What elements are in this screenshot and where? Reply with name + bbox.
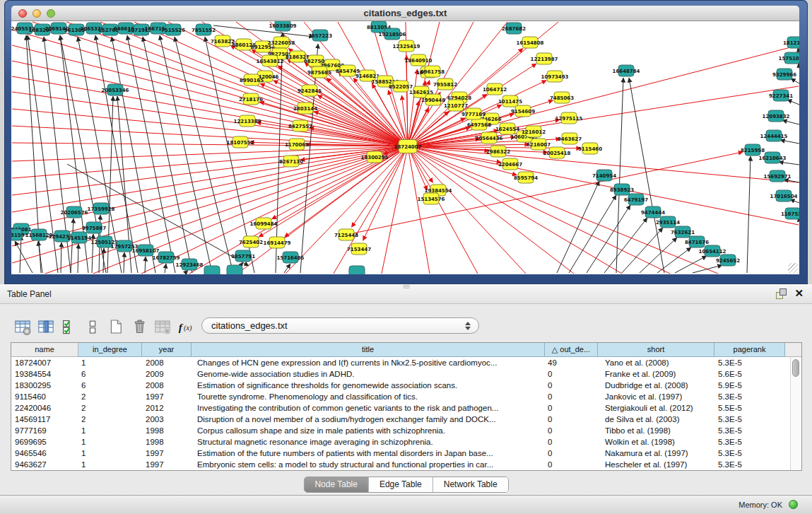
graph-edge-red: [334, 146, 408, 274]
svg-text:9474444: 9474444: [641, 210, 665, 216]
graph-node[interactable]: 7851552: [192, 24, 216, 35]
svg-text:8427552: 8427552: [288, 124, 312, 129]
new-table-icon[interactable]: [107, 318, 124, 335]
graph-node[interactable]: 8595794: [514, 172, 538, 183]
cell-in_degree: 2: [78, 391, 142, 402]
table-row[interactable]: 1830029562008Estimation of significance …: [11, 380, 801, 391]
cell-out_degree: 0: [545, 368, 598, 380]
graph-node[interactable]: 9975887: [82, 222, 106, 233]
graph-node[interactable]: 12444415: [760, 130, 788, 141]
table-row[interactable]: 2242004622012Investigating the contribut…: [11, 402, 801, 414]
graph-node[interactable]: 12093832: [763, 110, 790, 122]
column-header-title[interactable]: title: [192, 343, 545, 357]
column-header-in_degree[interactable]: in_degree: [78, 343, 142, 357]
graph-node[interactable]: 10973493: [541, 71, 569, 82]
graph-node[interactable]: 8427552: [288, 120, 312, 132]
minimize-icon[interactable]: [33, 9, 41, 18]
column-header-short[interactable]: short: [598, 343, 714, 357]
column-header-pagerank[interactable]: pagerank: [714, 343, 785, 357]
graph-node[interactable]: [227, 265, 242, 274]
graph-node[interactable]: 9115460: [578, 143, 602, 154]
column-header-out_degree[interactable]: △ out_de...: [545, 343, 598, 357]
network-view-window: citations_edges.txt 18300295193845541513…: [4, 0, 808, 284]
graph-node[interactable]: 9463627: [558, 133, 582, 144]
select-all-rows-icon[interactable]: [61, 318, 78, 335]
zoom-icon[interactable]: [47, 9, 55, 18]
graph-node[interactable]: 16914479: [264, 237, 291, 248]
table-scrollbar[interactable]: [790, 357, 801, 471]
show-columns-icon[interactable]: [37, 318, 54, 335]
panel-divider-grip[interactable]: [403, 285, 410, 288]
graph-node[interactable]: 20206576: [61, 206, 88, 218]
graph-node[interactable]: 9474444: [641, 206, 665, 218]
graph-node[interactable]: 16033809: [269, 21, 297, 31]
graph-node[interactable]: 16648784: [613, 65, 640, 76]
panel-title: Table Panel: [7, 289, 52, 299]
graph-node[interactable]: 17016504: [770, 190, 798, 201]
delete-table-icon[interactable]: [131, 318, 148, 335]
table-row[interactable]: 1456911722003Disruption of a novel membe…: [11, 414, 801, 425]
tab-edge-table[interactable]: Edge Table: [369, 477, 433, 492]
graph-node[interactable]: [204, 266, 220, 274]
graph-node[interactable]: 8215958: [741, 144, 765, 156]
graph-node[interactable]: 15716485: [277, 252, 305, 263]
tab-node-table[interactable]: Node Table: [304, 477, 369, 492]
graph-node[interactable]: 10025418: [543, 147, 571, 158]
svg-text:7857223: 7857223: [308, 33, 332, 39]
graph-node[interactable]: 16154808: [517, 37, 544, 48]
tab-network-table[interactable]: Network Table: [433, 477, 508, 492]
graph-node[interactable]: 9242845: [298, 85, 322, 96]
graph-node[interactable]: 8267130: [279, 156, 303, 167]
graph-node[interactable]: 7955812: [433, 78, 457, 90]
table-selector-dropdown[interactable]: citations_edges.txt: [201, 317, 479, 334]
table-settings-icon[interactable]: [14, 318, 31, 335]
graph-node[interactable]: 2204667: [498, 158, 522, 170]
graph-node[interactable]: 12213389: [234, 115, 261, 127]
graph-node[interactable]: 15751074: [779, 52, 799, 64]
cell-name: 14569117: [11, 414, 78, 425]
close-icon[interactable]: [18, 9, 27, 18]
cell-in_degree: 6: [78, 380, 142, 391]
column-header-year[interactable]: year: [142, 343, 192, 357]
graph-edge-black: [779, 162, 799, 165]
citation-network-graph[interactable]: 1830029519384554151345767163822886012889…: [11, 21, 799, 274]
graph-node[interactable]: 9245652: [716, 255, 740, 266]
graph-node[interactable]: 1167534: [781, 208, 799, 219]
rows-icon[interactable]: [84, 318, 101, 335]
table-row[interactable]: 946362711997Embryonic stem cells: a mode…: [11, 459, 801, 470]
table-row[interactable]: 969969511998Structural magnetic resonanc…: [11, 436, 801, 448]
graph-node[interactable]: 7485063: [550, 92, 574, 103]
graph-node[interactable]: 12213987: [531, 53, 558, 64]
graph-node[interactable]: 12975115: [555, 112, 583, 124]
column-header-name[interactable]: name: [11, 343, 78, 357]
table-row[interactable]: 1872400712008Changes of HCN gene express…: [11, 357, 801, 368]
graph-node[interactable]: 1812185: [783, 37, 799, 48]
table-row[interactable]: 1938455462009Genome-wide association stu…: [11, 368, 801, 380]
network-canvas[interactable]: 1830029519384554151345767163822886012889…: [11, 21, 799, 274]
table-row[interactable]: 977716911998Corpus callosum shape and si…: [11, 425, 801, 436]
svg-text:6479197: 6479197: [624, 197, 648, 203]
graph-node[interactable]: 2935114: [656, 216, 680, 228]
resize-grip-icon[interactable]: [788, 263, 798, 273]
table-row[interactable]: 946554611997Estimation of the future num…: [11, 448, 801, 459]
table-row[interactable]: 911546021997Tourette syndrome. Phenomeno…: [11, 391, 801, 402]
table-panel-header[interactable]: Table Panel ✕: [0, 284, 812, 304]
graph-node[interactable]: 18640910: [405, 54, 433, 66]
scrollbar-thumb[interactable]: [792, 359, 799, 377]
memory-status-label: Memory: OK: [739, 501, 782, 509]
graph-node[interactable]: [349, 266, 365, 274]
function-builder-icon[interactable]: f(x): [177, 318, 194, 335]
float-panel-icon[interactable]: [776, 288, 787, 299]
window-titlebar[interactable]: citations_edges.txt: [11, 6, 799, 21]
graph-node[interactable]: 8471676: [685, 236, 709, 247]
cell-year: 1998: [142, 425, 192, 436]
close-panel-icon[interactable]: ✕: [794, 287, 804, 300]
graph-node[interactable]: 6479197: [624, 194, 648, 205]
graph-node[interactable]: 9227341: [769, 90, 793, 101]
graph-node[interactable]: 12325419: [393, 40, 420, 52]
graph-node[interactable]: 16210643: [759, 152, 787, 163]
graph-node[interactable]: 7625402: [239, 236, 263, 247]
graph-node[interactable]: 7125448: [334, 229, 358, 240]
cell-title: Embryonic stem cells: a model to study s…: [192, 459, 545, 470]
graph-node[interactable]: 9329966: [772, 69, 796, 80]
